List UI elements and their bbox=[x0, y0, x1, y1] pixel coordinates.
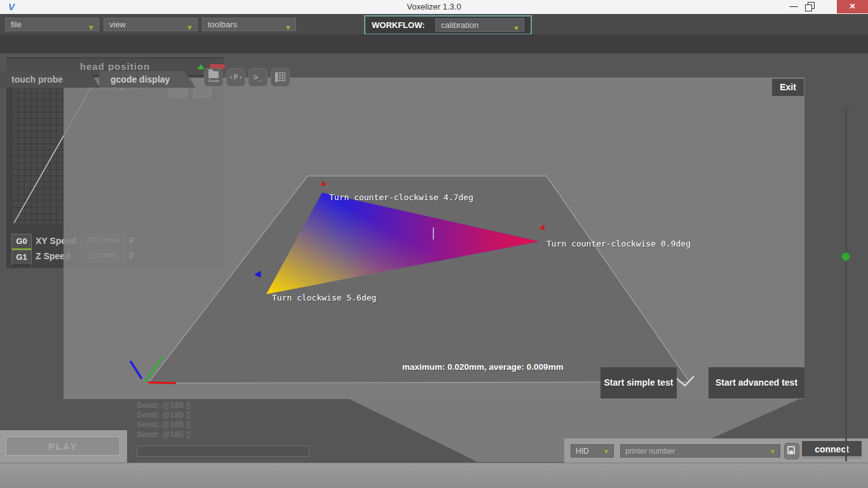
close-button[interactable]: ✕ bbox=[837, 0, 868, 13]
titlebar[interactable]: V Voxelizer 1.3.0 — ✕ bbox=[0, 0, 868, 15]
turn-annotation-top: Turn counter-clockwise 4.7deg bbox=[329, 193, 473, 202]
connect-button[interactable]: connect bbox=[802, 441, 862, 459]
floppy-icon bbox=[787, 446, 795, 454]
terminal-icon: >_ bbox=[254, 72, 263, 82]
workflow-select[interactable]: calibration▼ bbox=[435, 18, 524, 32]
layer-slider-top-stop bbox=[843, 107, 849, 112]
collapse-panel-icon[interactable] bbox=[197, 64, 205, 69]
table-icon bbox=[275, 72, 285, 82]
menu-toolbars[interactable]: toolbars▼ bbox=[202, 18, 296, 31]
p-tool-icon: ‹ P › bbox=[230, 74, 242, 81]
printer-number-placeholder: printer number bbox=[625, 447, 675, 456]
console-line: Send: @185 ▯ bbox=[137, 419, 191, 429]
g0-button[interactable]: G0 bbox=[11, 234, 32, 250]
menu-view[interactable]: view▼ bbox=[104, 18, 198, 31]
calibration-stats: maximum: 0.020mm, average: 0.009mm bbox=[402, 362, 564, 372]
console-progress-box bbox=[137, 445, 309, 457]
play-button[interactable]: PLAY bbox=[6, 437, 120, 456]
axis-x-red bbox=[148, 383, 176, 383]
chevron-down-icon: ▼ bbox=[513, 22, 520, 34]
minimize-button[interactable]: — bbox=[787, 1, 801, 13]
tab-gcode-display[interactable]: gcode display bbox=[99, 71, 196, 88]
table-view-button[interactable] bbox=[271, 68, 290, 86]
printer-number-select[interactable]: printer number ▼ bbox=[620, 444, 780, 458]
layer-slider-track[interactable] bbox=[845, 108, 847, 461]
turn-annotation-bottom: Turn clockwise 5.6deg bbox=[272, 293, 376, 302]
tab-row: touch probe gcode display Gcode ‹ P › >_ bbox=[0, 34, 868, 53]
start-simple-test-button[interactable]: Start simple test bbox=[600, 367, 677, 398]
save-connection-button[interactable] bbox=[784, 443, 799, 459]
g1-button[interactable]: G1 bbox=[11, 250, 32, 266]
start-advanced-test-button[interactable]: Start advanced test bbox=[709, 367, 804, 398]
gcode-file-button[interactable]: Gcode bbox=[204, 68, 223, 86]
chevron-down-icon: ▼ bbox=[770, 445, 776, 458]
chevron-down-icon: ▼ bbox=[186, 21, 193, 34]
console-line: Send: @185 ▯ bbox=[137, 410, 191, 419]
chevron-down-icon: ▼ bbox=[88, 21, 95, 34]
axis-z-blue bbox=[130, 361, 142, 379]
restore-button[interactable] bbox=[804, 2, 817, 12]
window-title: Voxelizer 1.3.0 bbox=[0, 2, 868, 11]
workflow-label: WORKFLOW: bbox=[372, 20, 425, 30]
taskbar: e S bbox=[0, 463, 868, 488]
turn-annotation-right: Turn counter-clockwise 0.9deg bbox=[546, 239, 691, 248]
menu-file[interactable]: file▼ bbox=[5, 18, 99, 31]
exit-button[interactable]: Exit bbox=[772, 79, 804, 96]
terminal-button[interactable]: >_ bbox=[248, 68, 268, 86]
tab-touch-probe[interactable]: touch probe bbox=[0, 71, 100, 88]
pointer-tool-button[interactable]: ‹ P › bbox=[226, 68, 245, 86]
chevron-down-icon: ▼ bbox=[603, 445, 609, 458]
chevron-down-icon: ▼ bbox=[285, 21, 292, 34]
console-line: Send: @185 ▯ bbox=[137, 400, 191, 410]
device-type-select[interactable]: HID ▼ bbox=[571, 444, 614, 458]
layer-slider-handle[interactable] bbox=[841, 252, 850, 261]
print-bed bbox=[148, 176, 689, 383]
console-line: Send: @185 ▯ bbox=[137, 430, 191, 439]
calibration-scene bbox=[64, 78, 804, 399]
workflow-group: WORKFLOW: calibration▼ bbox=[364, 15, 532, 35]
voxelizer-window: head position x: 117.5 y: 230.0 G0 G1 XY… bbox=[0, 0, 868, 488]
gcode-caption: Gcode bbox=[205, 79, 222, 83]
folder-icon bbox=[208, 71, 219, 78]
calibration-overlay: Exit Turn counter-clockwise 4.7deg Turn … bbox=[64, 78, 804, 399]
device-type-value: HID bbox=[576, 447, 589, 456]
panel-title: head position bbox=[6, 61, 224, 72]
